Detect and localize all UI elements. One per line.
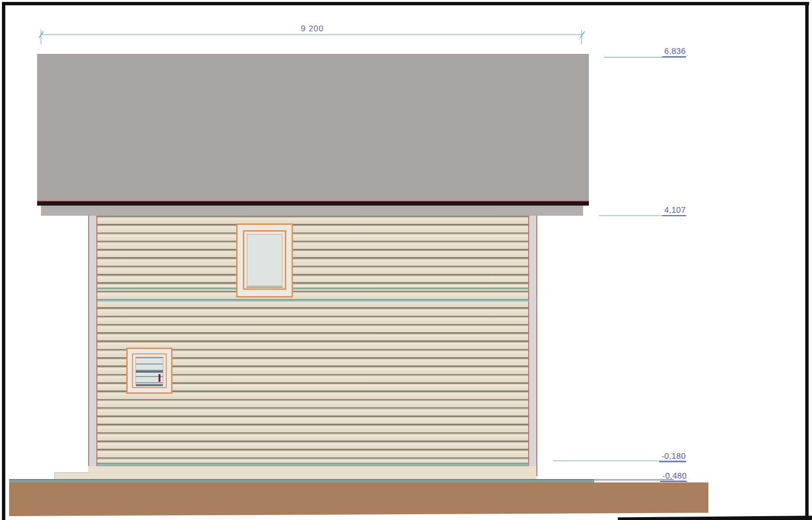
- page-border-right: [805, 2, 809, 520]
- roof-edge-line: [37, 201, 589, 206]
- blind-slat: [136, 371, 163, 373]
- window-lower-inner-frame: [132, 353, 167, 388]
- dimension-extension-right: [581, 30, 582, 44]
- window-upper-inner-frame: [243, 230, 286, 290]
- wall-siding: [97, 216, 529, 466]
- siding-accent-stripe: [97, 299, 529, 302]
- siding-accent-stripe: [97, 287, 529, 289]
- vent-handle-mark: [159, 374, 160, 382]
- foundation-strip: [9, 479, 594, 483]
- level-label-eaves: 4,107: [633, 206, 686, 215]
- blind-slat: [136, 384, 163, 386]
- level-label-ground: -0,480: [634, 471, 687, 481]
- elevation-drawing-page: 9 200 6,836 4,107: [0, 0, 812, 520]
- window-upper-sill: [246, 286, 283, 288]
- dimension-line: [41, 34, 582, 35]
- window-lower: [126, 348, 173, 394]
- fascia-board: [41, 206, 583, 216]
- roof: [37, 54, 589, 201]
- level-label-roof-top: 6,836: [633, 47, 686, 56]
- corner-trim-left: [88, 216, 97, 468]
- page-border-left: [2, 2, 5, 520]
- page-border-top: [2, 2, 809, 5]
- dimension-label: 9 200: [264, 24, 360, 34]
- window-upper: [236, 223, 293, 298]
- ground: [9, 482, 708, 516]
- plinth: [88, 466, 536, 481]
- dimension-extension-left: [40, 30, 41, 44]
- page-border-bottom: [618, 516, 812, 520]
- corner-trim-right: [528, 216, 537, 476]
- window-lower-blinds: [135, 357, 163, 385]
- siding-accent-stripe: [97, 463, 529, 466]
- level-label-floor: -0,180: [633, 452, 686, 461]
- window-upper-glass: [247, 234, 282, 286]
